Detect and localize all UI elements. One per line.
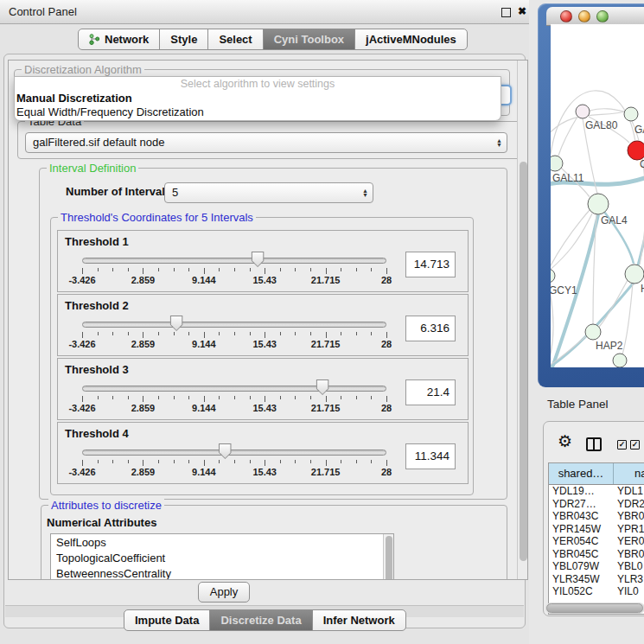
table-cell[interactable]: YPR1 bbox=[614, 523, 644, 536]
settings-scrollbar[interactable] bbox=[517, 61, 528, 580]
table-row[interactable]: YDL19…YDL1 bbox=[549, 485, 644, 498]
network-node-label: GAL80 bbox=[585, 119, 618, 131]
cyni-mode-tabs: Impute Data Discretize Data Infer Networ… bbox=[124, 609, 406, 631]
popup-item-equal-width-frequency[interactable]: Equal Width/Frequency Discretization bbox=[15, 105, 501, 119]
tab-jactivemnodules[interactable]: jActiveMNodules bbox=[354, 29, 468, 50]
slider-track[interactable] bbox=[82, 258, 386, 264]
algorithm-dropdown-popup: Select algorithm to view settings Manual… bbox=[14, 76, 501, 121]
close-traffic-light-icon[interactable] bbox=[560, 10, 572, 22]
tab-select[interactable]: Select bbox=[207, 29, 263, 50]
float-window-icon[interactable] bbox=[500, 6, 512, 18]
table-row[interactable]: YBL079WYBL0 bbox=[549, 560, 644, 573]
column-header-shared-name[interactable]: shared… bbox=[549, 463, 614, 484]
gear-icon[interactable] bbox=[558, 433, 572, 450]
minimize-traffic-light-icon[interactable] bbox=[578, 10, 590, 22]
table-row[interactable]: YDR27…YDR2 bbox=[549, 498, 644, 511]
table-cell[interactable]: YIL052C bbox=[549, 585, 614, 598]
close-icon[interactable] bbox=[516, 6, 528, 18]
list-scrollbar[interactable] bbox=[383, 534, 393, 580]
table-row[interactable]: YER054CYER0 bbox=[549, 535, 644, 548]
checkbox-icon[interactable] bbox=[617, 440, 627, 450]
scrollbar-thumb[interactable] bbox=[546, 603, 643, 613]
attribute-list-item[interactable]: TopologicalCoefficient bbox=[51, 550, 393, 565]
tab-infer-network[interactable]: Infer Network bbox=[312, 609, 406, 631]
network-node[interactable] bbox=[625, 265, 644, 284]
table-cell[interactable]: YER054C bbox=[549, 535, 614, 548]
tab-discretize-data[interactable]: Discretize Data bbox=[209, 609, 312, 631]
table-cell[interactable]: YBL079W bbox=[549, 560, 614, 573]
tab-impute-data[interactable]: Impute Data bbox=[124, 609, 210, 631]
table-cell[interactable]: YBR045C bbox=[549, 548, 614, 561]
combobox-value: galFiltered.sif default node bbox=[33, 136, 164, 149]
network-node[interactable] bbox=[628, 141, 644, 160]
zoom-traffic-light-icon[interactable] bbox=[596, 10, 609, 22]
column-header-name[interactable]: na bbox=[614, 463, 644, 484]
table-row[interactable]: YPR145WYPR1 bbox=[549, 523, 644, 536]
number-of-intervals-combobox[interactable]: 5 bbox=[164, 182, 373, 203]
threshold-value-field[interactable]: 11.344 bbox=[405, 443, 456, 469]
table-cell[interactable]: YBR043C bbox=[549, 510, 614, 523]
scale-tick-label: 28 bbox=[381, 275, 392, 285]
threshold-value-field[interactable]: 21.4 bbox=[405, 379, 456, 405]
slider-track[interactable] bbox=[82, 386, 386, 392]
attribute-list-item[interactable]: SelfLoops bbox=[51, 534, 393, 550]
threshold-value-field[interactable]: 14.713 bbox=[405, 252, 456, 277]
tab-cyni-toolbox[interactable]: Cyni Toolbox bbox=[263, 29, 355, 50]
network-node[interactable] bbox=[624, 107, 638, 121]
popup-item-manual-discretization[interactable]: Manual Discretization bbox=[15, 92, 501, 105]
table-cell[interactable]: YDR27… bbox=[549, 498, 614, 511]
screen: Control Panel Network Style Select Cyni … bbox=[0, 0, 644, 644]
table-row[interactable]: YLR345WYLR3 bbox=[549, 573, 644, 586]
network-node[interactable] bbox=[585, 324, 601, 340]
table-cell[interactable]: YBR0 bbox=[614, 548, 644, 561]
slider-track[interactable] bbox=[82, 450, 386, 456]
threshold-value-field[interactable]: 6.316 bbox=[405, 316, 456, 341]
table-cell[interactable]: YBL0 bbox=[614, 560, 644, 573]
table-data-combobox[interactable]: galFiltered.sif default node bbox=[25, 132, 507, 153]
slider-thumb[interactable] bbox=[219, 443, 232, 459]
slider-scale-labels: -3.4262.8599.14415.4321.71528 bbox=[82, 339, 386, 349]
attribute-list-item[interactable]: BetweennessCentrality bbox=[51, 565, 393, 580]
table-cell[interactable]: YDR2 bbox=[614, 498, 644, 511]
tab-style[interactable]: Style bbox=[159, 29, 208, 50]
slider-scale-labels: -3.4262.8599.14415.4321.71528 bbox=[82, 275, 386, 285]
slider-thumb[interactable] bbox=[316, 379, 329, 395]
table-cell[interactable]: YIL0 bbox=[614, 585, 644, 598]
network-canvas[interactable]: GAL80GACGAL11GAL4GCY1HHAP2 bbox=[551, 24, 644, 367]
table-cell[interactable]: YLR3 bbox=[614, 573, 644, 586]
scale-tick-label: 15.43 bbox=[252, 339, 277, 349]
slider-ticks bbox=[82, 332, 386, 339]
network-node[interactable] bbox=[551, 156, 563, 171]
table-row[interactable]: YIL052CYIL0 bbox=[549, 585, 644, 598]
group-title: Attributes to discretize bbox=[48, 499, 164, 512]
table-data-group: Table Data galFiltered.sif default node bbox=[17, 121, 520, 159]
network-window-titlebar[interactable] bbox=[546, 7, 644, 26]
threshold-2-panel: Threshold 2 -3.4262.8599.14415.4321.7152… bbox=[57, 294, 469, 356]
table-row[interactable]: YBR045CYBR0 bbox=[549, 548, 644, 561]
table-horizontal-scrollbar[interactable] bbox=[545, 603, 644, 614]
table-cell[interactable]: YER0 bbox=[614, 535, 644, 548]
split-column-icon[interactable] bbox=[586, 437, 602, 451]
table-cell[interactable]: YDL1 bbox=[614, 485, 644, 498]
network-node[interactable] bbox=[551, 269, 555, 283]
node-attribute-table[interactable]: shared… na YDL19…YDL1YDR27…YDR2YBR043CYB… bbox=[548, 462, 644, 615]
scale-tick-label: 9.144 bbox=[192, 403, 216, 413]
network-node[interactable] bbox=[613, 354, 627, 367]
tab-network[interactable]: Network bbox=[78, 29, 160, 50]
scrollbar-thumb[interactable] bbox=[520, 162, 527, 561]
apply-button[interactable]: Apply bbox=[198, 582, 250, 603]
checkbox-icon[interactable] bbox=[630, 440, 640, 450]
slider-thumb[interactable] bbox=[170, 316, 183, 331]
table-row[interactable]: YBR043CYBR0 bbox=[549, 510, 644, 523]
table-cell[interactable]: YBR0 bbox=[614, 510, 644, 523]
table-cell[interactable]: YPR145W bbox=[549, 523, 614, 536]
numerical-attributes-list[interactable]: SelfLoopsTopologicalCoefficientBetweenne… bbox=[50, 533, 394, 580]
slider-track[interactable] bbox=[82, 322, 386, 328]
table-cell[interactable]: YLR345W bbox=[549, 573, 614, 586]
network-node[interactable] bbox=[588, 194, 609, 214]
slider-thumb[interactable] bbox=[252, 252, 265, 267]
scrollbar-thumb[interactable] bbox=[386, 536, 392, 580]
scale-tick-label: 28 bbox=[381, 403, 392, 413]
network-node[interactable] bbox=[576, 105, 590, 118]
table-cell[interactable]: YDL19… bbox=[549, 485, 614, 498]
